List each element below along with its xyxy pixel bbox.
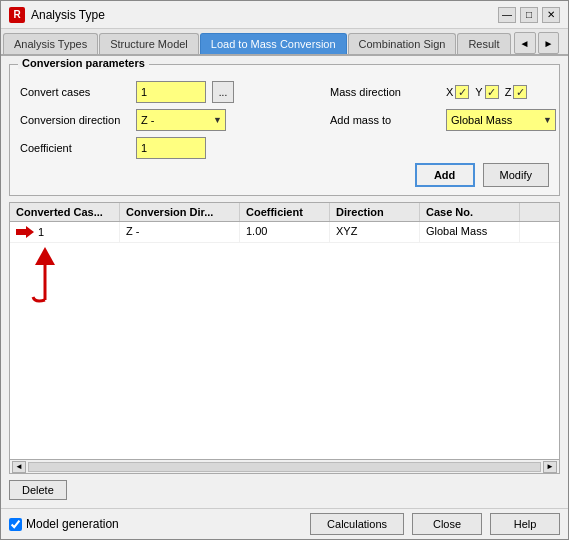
tab-nav-left[interactable]: ◄ (514, 32, 536, 54)
mass-direction-group: X Y Z (446, 85, 527, 99)
window-title: Analysis Type (31, 8, 498, 22)
cell-direction: XYZ (330, 222, 420, 242)
mass-direction-label: Mass direction (330, 86, 440, 98)
calculations-button[interactable]: Calculations (310, 513, 404, 535)
tab-result[interactable]: Result (457, 33, 510, 54)
col-case-no: Case No. (420, 203, 520, 221)
help-button[interactable]: Help (490, 513, 560, 535)
conversion-direction-select[interactable]: Z - X - Y - (136, 109, 226, 131)
tab-bar: Analysis Types Structure Model Load to M… (1, 29, 568, 56)
main-window: R Analysis Type — □ ✕ Analysis Types Str… (0, 0, 569, 540)
window-controls: — □ ✕ (498, 7, 560, 23)
tab-combination-sign[interactable]: Combination Sign (348, 33, 457, 54)
y-checkbox[interactable] (485, 85, 499, 99)
z-checkbox[interactable] (513, 85, 527, 99)
scroll-track[interactable] (28, 462, 541, 472)
col-direction: Direction (330, 203, 420, 221)
tab-structure-model[interactable]: Structure Model (99, 33, 199, 54)
svg-marker-2 (35, 247, 55, 265)
delete-button[interactable]: Delete (9, 480, 67, 500)
table-header: Converted Cas... Conversion Dir... Coeff… (10, 203, 559, 222)
col-coefficient: Coefficient (240, 203, 330, 221)
y-checkbox-item: Y (475, 85, 498, 99)
add-button[interactable]: Add (415, 163, 475, 187)
scroll-right-btn[interactable]: ► (543, 461, 557, 473)
minimize-button[interactable]: — (498, 7, 516, 23)
add-mass-to-label: Add mass to (330, 114, 440, 126)
modify-button[interactable]: Modify (483, 163, 549, 187)
red-arrow-annotation (30, 245, 559, 308)
add-mass-to-wrapper: Global Mass Local Mass ▼ (446, 109, 556, 131)
table-body: 1 Z - 1.00 XYZ Global Mass (10, 222, 559, 459)
add-mass-to-select[interactable]: Global Mass Local Mass (446, 109, 556, 131)
conversion-direction-wrapper: Z - X - Y - ▼ (136, 109, 226, 131)
data-table: Converted Cas... Conversion Dir... Coeff… (9, 202, 560, 474)
footer-bar: Model generation Calculations Close Help (1, 508, 568, 539)
x-checkbox[interactable] (455, 85, 469, 99)
model-generation-check: Model generation (9, 517, 119, 531)
y-label: Y (475, 86, 482, 98)
tab-analysis-types[interactable]: Analysis Types (3, 33, 98, 54)
red-arrow-right-icon (16, 225, 34, 239)
model-generation-label: Model generation (26, 517, 119, 531)
close-button[interactable]: ✕ (542, 7, 560, 23)
cell-converted-cas: 1 (10, 222, 120, 242)
col-conversion-dir: Conversion Dir... (120, 203, 240, 221)
model-generation-checkbox[interactable] (9, 518, 22, 531)
tab-load-to-mass[interactable]: Load to Mass Conversion (200, 33, 347, 54)
z-label: Z (505, 86, 512, 98)
convert-cases-label: Convert cases (20, 86, 130, 98)
delete-row: Delete (9, 480, 560, 500)
scroll-left-btn[interactable]: ◄ (12, 461, 26, 473)
cell-coefficient: 1.00 (240, 222, 330, 242)
cell-conversion-dir: Z - (120, 222, 240, 242)
group-title: Conversion parameters (18, 57, 149, 69)
x-label: X (446, 86, 453, 98)
table-row[interactable]: 1 Z - 1.00 XYZ Global Mass (10, 222, 559, 243)
app-icon: R (9, 7, 25, 23)
coefficient-input[interactable] (136, 137, 206, 159)
col-converted-cases: Converted Cas... (10, 203, 120, 221)
cell-case-no: Global Mass (420, 222, 520, 242)
conversion-direction-label: Conversion direction (20, 114, 130, 126)
x-checkbox-item: X (446, 85, 469, 99)
close-footer-button[interactable]: Close (412, 513, 482, 535)
table-section: Converted Cas... Conversion Dir... Coeff… (9, 202, 560, 474)
main-content: Conversion parameters Convert cases ... … (1, 56, 568, 508)
footer-buttons: Calculations Close Help (310, 513, 560, 535)
red-up-arrow-icon (30, 245, 60, 305)
action-buttons: Add Modify (20, 163, 549, 187)
title-bar: R Analysis Type — □ ✕ (1, 1, 568, 29)
coefficient-label: Coefficient (20, 142, 130, 154)
convert-cases-input[interactable] (136, 81, 206, 103)
horizontal-scrollbar: ◄ ► (10, 459, 559, 473)
tab-nav-right[interactable]: ► (538, 32, 560, 54)
conversion-params-group: Conversion parameters Convert cases ... … (9, 64, 560, 196)
z-checkbox-item: Z (505, 85, 528, 99)
svg-marker-0 (16, 226, 34, 238)
maximize-button[interactable]: □ (520, 7, 538, 23)
dots-button[interactable]: ... (212, 81, 234, 103)
